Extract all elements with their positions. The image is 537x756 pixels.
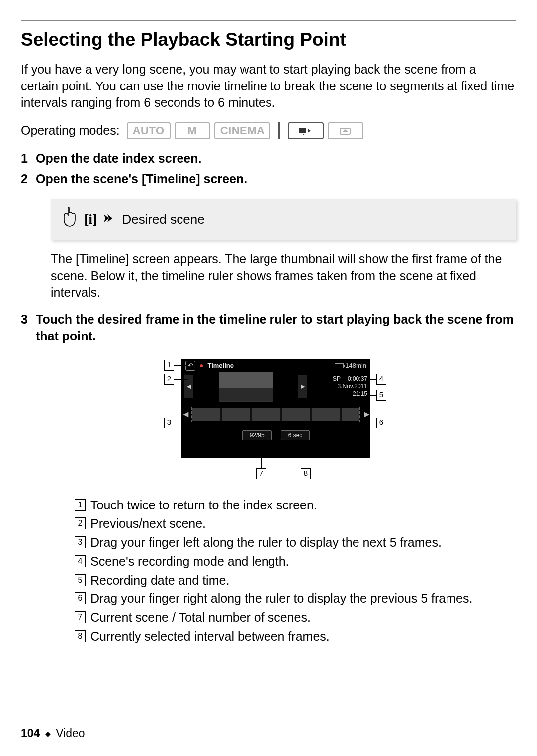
step-3: Touch the desired frame in the timeline …: [21, 311, 516, 645]
legend-item-1: 1 Touch twice to return to the index scr…: [75, 497, 516, 514]
timeline-ruler: [192, 408, 359, 421]
mode-cinema: CINEMA: [214, 122, 271, 139]
page-footer: 104 ◆ Video: [21, 726, 85, 741]
touch-callout: [i] Desired scene: [51, 199, 516, 240]
operating-modes-label: Operating modes:: [21, 122, 120, 139]
legend-num: 2: [75, 517, 86, 529]
diagram-label-4: 4: [376, 374, 386, 385]
legend-text: Previous/next scene.: [90, 515, 516, 532]
info-button-label: [i]: [84, 210, 97, 229]
diagram-label-6: 6: [376, 418, 386, 428]
battery-time: 148min: [345, 361, 366, 370]
timeline-screen: ↶ ● Timeline 148min ◄ ► SP: [181, 359, 370, 458]
interval-value: 6 sec: [281, 430, 310, 440]
mode-divider: [278, 122, 280, 139]
legend-num: 3: [75, 536, 86, 548]
leader-line: [366, 379, 376, 380]
mode-video-playback-icon: [288, 122, 324, 139]
back-icon: ↶: [185, 361, 195, 371]
leader-line: [306, 456, 306, 468]
legend-text: Current scene / Total number of scenes.: [90, 609, 516, 626]
legend-item-2: 2 Previous/next scene.: [75, 515, 516, 532]
diagram-label-7: 7: [256, 468, 266, 479]
mode-photo-playback-icon: [328, 122, 363, 139]
record-dot-icon: ●: [199, 361, 203, 370]
diagram-label-5: 5: [376, 390, 386, 401]
prev-scene-icon: ◄: [184, 375, 193, 398]
leader-line: [174, 423, 184, 423]
legend-text: Scene's recording mode and length.: [90, 553, 516, 570]
screen-title: Timeline: [207, 361, 234, 370]
legend-num: 8: [75, 630, 86, 642]
callout-text: Desired scene: [122, 211, 204, 228]
diagram-label-3: 3: [164, 418, 174, 428]
mode-auto: AUTO: [127, 122, 171, 139]
recording-date: 3.Nov.2011: [337, 383, 367, 390]
footer-diamond-icon: ◆: [45, 730, 51, 738]
legend-num: 7: [75, 611, 86, 623]
ruler-right-arrow-icon: ►: [362, 408, 370, 420]
legend-num: 1: [75, 499, 86, 511]
battery-icon: [335, 363, 344, 368]
next-scene-icon: ►: [298, 375, 307, 398]
step-1: Open the date index screen.: [21, 150, 516, 167]
intro-paragraph: If you have a very long scene, you may w…: [21, 61, 516, 111]
steps-list: Open the date index screen. Open the sce…: [21, 150, 516, 645]
legend-item-8: 8 Currently selected interval between fr…: [75, 628, 516, 645]
legend-num: 5: [75, 574, 86, 586]
step-2-text: Open the scene's [Timeline] screen.: [36, 172, 247, 186]
svg-marker-1: [308, 129, 311, 133]
section-rule: [21, 20, 516, 21]
chevron-icon: [104, 211, 115, 227]
legend-item-4: 4 Scene's recording mode and length.: [75, 553, 516, 570]
legend-item-3: 3 Drag your finger left along the ruler …: [75, 534, 516, 551]
leader-line: [366, 395, 376, 396]
battery-indicator: 148min: [335, 361, 366, 370]
diagram-legend: 1 Touch twice to return to the index scr…: [75, 497, 516, 645]
page-number: 104: [21, 727, 40, 740]
legend-item-7: 7 Current scene / Total number of scenes…: [75, 609, 516, 626]
scene-thumbnail: [219, 372, 273, 402]
diagram-label-8: 8: [301, 468, 311, 479]
scene-length: 0:00:37: [348, 375, 367, 383]
svg-rect-0: [299, 128, 306, 133]
legend-num: 4: [75, 555, 86, 567]
step-2-description: The [Timeline] screen appears. The large…: [51, 251, 516, 301]
legend-text: Currently selected interval between fram…: [90, 628, 516, 645]
recording-time: 21:15: [353, 390, 367, 398]
mode-manual: M: [175, 122, 210, 139]
leader-line: [261, 456, 262, 468]
legend-item-6: 6 Drag your finger right along the ruler…: [75, 590, 516, 607]
step-1-text: Open the date index screen.: [36, 151, 201, 165]
leader-line: [174, 365, 188, 366]
legend-text: Drag your finger right along the ruler t…: [90, 590, 516, 607]
legend-text: Touch twice to return to the index scree…: [90, 497, 516, 514]
touch-icon: [61, 207, 77, 232]
scene-counter: 92/95: [242, 430, 272, 440]
svg-marker-3: [343, 129, 348, 132]
diagram-label-1: 1: [164, 360, 174, 371]
legend-text: Drag your finger left along the ruler to…: [90, 534, 516, 551]
timeline-diagram: ↶ ● Timeline 148min ◄ ► SP: [117, 354, 435, 483]
diagram-label-2: 2: [164, 374, 174, 385]
ruler-left-arrow-icon: ◄: [181, 408, 189, 420]
step-3-text: Touch the desired frame in the timeline …: [36, 312, 514, 343]
footer-section: Video: [56, 727, 85, 740]
recording-mode: SP: [333, 375, 341, 383]
legend-num: 6: [75, 592, 86, 604]
step-2: Open the scene's [Timeline] screen. [i] …: [21, 171, 516, 301]
section-title: Selecting the Playback Starting Point: [21, 27, 516, 52]
legend-item-5: 5 Recording date and time.: [75, 572, 516, 589]
leader-line: [174, 379, 187, 380]
leader-line: [368, 423, 376, 423]
legend-text: Recording date and time.: [90, 572, 516, 589]
operating-modes-row: Operating modes: AUTO M CINEMA: [21, 122, 516, 139]
